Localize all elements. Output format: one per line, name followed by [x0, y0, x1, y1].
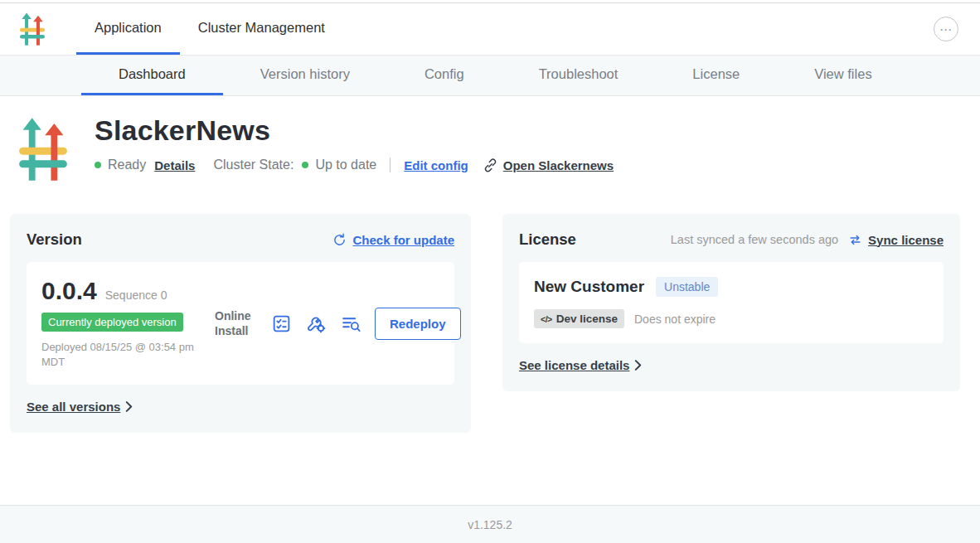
divider	[390, 158, 391, 172]
version-number: 0.0.4	[41, 277, 97, 305]
see-all-versions-link[interactable]: See all versions	[27, 400, 133, 414]
footer: v1.125.2	[0, 505, 980, 543]
top-nav-bar: Application Cluster Management ⋯	[0, 3, 980, 56]
link-icon	[483, 158, 497, 172]
chevron-right-icon	[634, 360, 642, 371]
code-icon: </>	[541, 314, 552, 324]
tab-cluster-management[interactable]: Cluster Management	[180, 3, 343, 55]
console-version: v1.125.2	[468, 518, 512, 531]
license-header-right: Last synced a few seconds ago Sync licen…	[671, 233, 944, 247]
deployed-status-badge: Currently deployed version	[41, 313, 183, 332]
see-license-details-link[interactable]: See license details	[519, 358, 642, 372]
app-logo-icon	[20, 12, 45, 46]
license-type-label: Dev license	[556, 313, 618, 325]
ready-status-dot	[95, 162, 101, 168]
check-for-update-link[interactable]: Check for update	[332, 233, 454, 247]
configure-button[interactable]	[306, 313, 327, 334]
license-card: License Last synced a few seconds ago Sy…	[502, 214, 960, 391]
last-synced-label: Last synced a few seconds ago	[671, 233, 838, 246]
subnav-item-troubleshoot[interactable]: Troubleshoot	[502, 56, 656, 95]
app-logo-large	[19, 116, 67, 186]
see-license-details-label: See license details	[519, 358, 629, 372]
subnav-item-license[interactable]: License	[655, 56, 777, 95]
refresh-icon	[332, 233, 347, 247]
sync-icon	[848, 233, 862, 247]
install-type-label: Online Install	[215, 308, 260, 338]
license-customer-row: New Customer Unstable	[534, 277, 929, 297]
app-status-row: Ready Details Cluster State: Up to date …	[95, 158, 614, 172]
version-number-row: 0.0.4 Sequence 0	[41, 277, 211, 305]
logs-search-icon	[341, 313, 361, 334]
app-header-text: SlackerNews Ready Details Cluster State:…	[95, 114, 614, 186]
wrench-gear-icon	[306, 313, 327, 334]
version-info: 0.0.4 Sequence 0 Currently deployed vers…	[41, 277, 211, 370]
cluster-state-label: Cluster State:	[213, 158, 294, 172]
app-header: SlackerNews Ready Details Cluster State:…	[0, 96, 980, 186]
app-logo-small	[20, 12, 45, 46]
details-link[interactable]: Details	[154, 158, 195, 172]
see-all-versions-label: See all versions	[27, 400, 120, 414]
version-card-title: Version	[27, 230, 82, 249]
customer-name: New Customer	[534, 278, 644, 296]
ready-status-label: Ready	[108, 158, 146, 172]
sync-license-link[interactable]: Sync license	[848, 233, 944, 247]
edit-config-link[interactable]: Edit config	[404, 158, 468, 172]
current-version-panel: 0.0.4 Sequence 0 Currently deployed vers…	[27, 262, 454, 385]
sequence-label: Sequence 0	[105, 288, 167, 302]
checklist-icon	[271, 313, 292, 334]
cluster-state-dot	[302, 162, 308, 168]
sync-license-label: Sync license	[868, 233, 944, 247]
license-panel: New Customer Unstable </> Dev license Do…	[519, 262, 944, 343]
app-subnav: Dashboard Version history Config Trouble…	[0, 56, 980, 96]
check-for-update-label: Check for update	[352, 233, 454, 247]
version-action-icons	[271, 313, 361, 334]
license-card-header: License Last synced a few seconds ago Sy…	[519, 230, 944, 249]
cluster-state-value: Up to date	[315, 158, 376, 172]
tab-application[interactable]: Application	[76, 3, 180, 55]
release-notes-button[interactable]	[271, 313, 292, 334]
view-logs-button[interactable]	[341, 313, 361, 334]
tab-application-label: Application	[95, 20, 162, 36]
license-type-row: </> Dev license Does not expire	[534, 309, 929, 328]
redeploy-button[interactable]: Redeploy	[375, 308, 461, 340]
more-menu-button[interactable]: ⋯	[934, 17, 958, 41]
top-tabs: Application Cluster Management	[76, 3, 343, 55]
tab-cluster-management-label: Cluster Management	[198, 20, 325, 36]
open-app-label: Open Slackernews	[503, 158, 614, 172]
app-title: SlackerNews	[95, 114, 614, 147]
channel-badge: Unstable	[656, 277, 718, 297]
deployed-timestamp: Deployed 08/15/25 @ 03:54 pm MDT	[41, 340, 195, 370]
subnav-item-version-history[interactable]: Version history	[223, 56, 387, 95]
version-card-header: Version Check for update	[27, 230, 454, 249]
subnav-item-dashboard[interactable]: Dashboard	[81, 56, 223, 95]
license-card-title: License	[519, 230, 576, 249]
license-type-badge: </> Dev license	[534, 309, 624, 328]
subnav-item-view-files[interactable]: View files	[777, 56, 909, 95]
ellipsis-icon: ⋯	[939, 23, 953, 36]
dashboard-main: SlackerNews Ready Details Cluster State:…	[0, 96, 980, 433]
chevron-right-icon	[125, 401, 133, 412]
app-logo-icon	[19, 116, 67, 182]
open-app-link[interactable]: Open Slackernews	[483, 158, 614, 172]
version-card: Version Check for update 0.0.4 Sequence …	[10, 214, 471, 433]
subnav-item-config[interactable]: Config	[387, 56, 502, 95]
dashboard-cards: Version Check for update 0.0.4 Sequence …	[0, 186, 980, 433]
expiration-label: Does not expire	[634, 313, 716, 326]
